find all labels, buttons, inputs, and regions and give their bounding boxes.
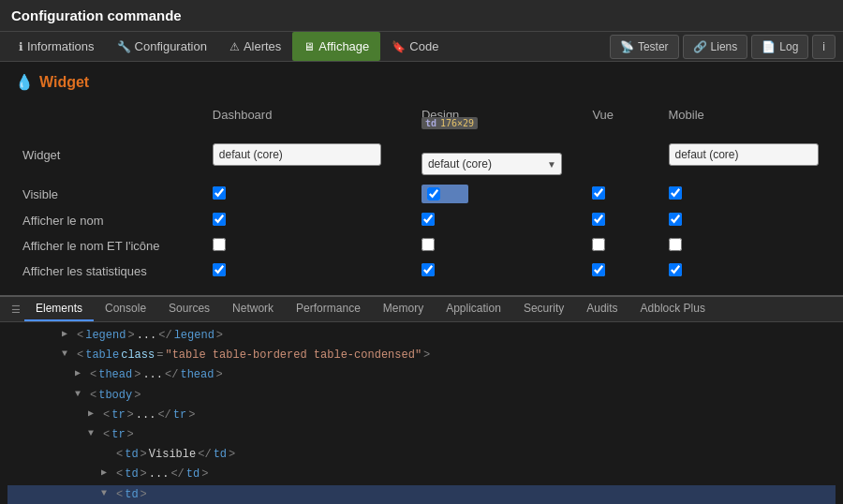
expander-4[interactable]: ▼ (75, 387, 88, 402)
devtools-tab-adblock[interactable]: Adblock Plus (629, 297, 717, 321)
code-line-5: ▶ <tr>...</tr> (7, 406, 836, 425)
nav-item-informations[interactable]: ℹ Informations (7, 32, 106, 61)
tab-performance-label: Performance (296, 302, 361, 315)
design-afficher-icone-checkbox[interactable] (422, 238, 435, 251)
design-widget-select[interactable]: defaut (core) (422, 153, 562, 175)
widget-drop-icon: 💧 (15, 73, 34, 91)
vue-afficher-icone-cell (584, 233, 660, 259)
nav-right: 📡 Tester 🔗 Liens 📄 Log i (610, 35, 836, 59)
mobile-widget-input[interactable] (669, 143, 819, 166)
dashboard-stats-checkbox[interactable] (213, 263, 226, 276)
expander-5[interactable]: ▶ (88, 407, 101, 422)
devtools-tab-console[interactable]: Console (94, 297, 157, 321)
mobile-afficher-icone-checkbox[interactable] (669, 238, 682, 251)
design-visible-highlight (422, 185, 468, 203)
design-afficher-nom-checkbox[interactable] (422, 213, 435, 226)
dashboard-stats-cell (205, 259, 414, 284)
design-stats-cell (414, 259, 585, 284)
nav-item-alertes[interactable]: ⚠ Alertes (218, 32, 292, 61)
td-badge: td 176×29 (422, 117, 478, 129)
devtools-tab-performance[interactable]: Performance (285, 297, 372, 321)
devtools-tab-memory[interactable]: Memory (372, 297, 435, 321)
devtools-panel: ☰ Elements Console Sources Network Perfo… (0, 295, 843, 504)
tab-elements-label: Elements (36, 302, 82, 315)
devtools-tab-audits[interactable]: Audits (575, 297, 629, 321)
row-label-widget: Widget (15, 129, 205, 180)
vue-widget-cell (584, 129, 660, 180)
dashboard-afficher-icone-checkbox[interactable] (213, 238, 226, 251)
more-label: i (822, 40, 825, 53)
row-label-afficher-nom-icone: Afficher le nom ET l'icône (15, 233, 205, 259)
mobile-afficher-icone-cell (661, 233, 829, 259)
col-header-mobile: Mobile (661, 104, 829, 129)
table-row: Afficher le nom ET l'icône (15, 233, 828, 259)
display-icon: 🖥 (303, 40, 315, 53)
devtools-tab-elements[interactable]: Elements (24, 297, 94, 321)
mobile-visible-cell (661, 180, 829, 208)
design-visible-cell (414, 180, 585, 208)
row-label-visible: Visible (15, 180, 205, 208)
expander-6[interactable]: ▼ (88, 426, 101, 441)
expander-1[interactable]: ▶ (62, 327, 75, 342)
nav-item-affichage[interactable]: 🖥 Affichage (292, 32, 380, 61)
widget-title-text: Widget (39, 74, 89, 91)
badge-size: 176×29 (440, 118, 474, 128)
devtools-tab-sources[interactable]: Sources (157, 297, 221, 321)
nav-label-code: Code (409, 39, 438, 53)
code-line-1: ▶ <legend>...</legend> (7, 326, 836, 346)
design-stats-checkbox[interactable] (422, 263, 435, 276)
code-line-9: ▼ <td> (7, 485, 836, 505)
liens-icon: 🔗 (693, 40, 707, 53)
devtools-tabs: ☰ Elements Console Sources Network Perfo… (0, 297, 843, 322)
vue-afficher-icone-checkbox[interactable] (592, 238, 605, 251)
nav-item-code[interactable]: 🔖 Code (380, 32, 450, 61)
code-line-2: ▼ <table class="table table-bordered tab… (7, 346, 836, 365)
more-button[interactable]: i (812, 35, 836, 59)
design-select-wrap: defaut (core) ▼ (422, 153, 562, 175)
mobile-visible-checkbox[interactable] (669, 186, 682, 200)
nav-label-alertes: Alertes (244, 39, 281, 53)
dashboard-afficher-icone-cell (205, 233, 414, 259)
vue-afficher-nom-checkbox[interactable] (592, 213, 605, 226)
vue-afficher-nom-cell (584, 208, 660, 233)
expander-8[interactable]: ▶ (101, 466, 114, 481)
devtools-tab-network[interactable]: Network (221, 297, 285, 321)
row-label-afficher-nom: Afficher le nom (15, 208, 205, 233)
tab-application-label: Application (446, 302, 501, 315)
design-widget-cell: td 176×29 defaut (core) ▼ (414, 129, 585, 180)
expander-3[interactable]: ▶ (75, 366, 88, 381)
mobile-widget-cell (661, 129, 829, 180)
col-header-vue: Vue (584, 104, 660, 129)
nav-item-configuration[interactable]: 🔧 Configuration (106, 32, 218, 61)
table-row: Visible (15, 180, 828, 208)
table-row: Widget td 176×29 defaut (core) (15, 129, 828, 180)
code-line-8: ▶ <td>...</td> (7, 465, 836, 484)
tester-icon: 📡 (620, 40, 634, 53)
design-afficher-icone-cell (414, 233, 585, 259)
mobile-afficher-nom-checkbox[interactable] (669, 213, 682, 226)
tester-button[interactable]: 📡 Tester (610, 35, 679, 59)
nav-bar: ℹ Informations 🔧 Configuration ⚠ Alertes… (0, 32, 843, 62)
dashboard-widget-input[interactable] (213, 143, 381, 166)
dashboard-visible-checkbox[interactable] (213, 186, 226, 200)
log-button[interactable]: 📄 Log (751, 35, 808, 59)
row-label-statistiques: Afficher les statistiques (15, 259, 205, 284)
expander-2[interactable]: ▼ (62, 347, 75, 362)
devtools-tab-security[interactable]: Security (512, 297, 575, 321)
design-visible-checkbox[interactable] (427, 187, 440, 200)
info-icon: ℹ (19, 40, 23, 53)
devtools-tab-application[interactable]: Application (435, 297, 512, 321)
dashboard-afficher-nom-cell (205, 208, 414, 233)
expander-9[interactable]: ▼ (101, 486, 114, 501)
dashboard-afficher-nom-checkbox[interactable] (213, 213, 226, 226)
vue-stats-checkbox[interactable] (592, 263, 605, 276)
tab-console-label: Console (105, 302, 146, 315)
devtools-panel-icon[interactable]: ☰ (7, 299, 24, 320)
col-header-dashboard: Dashboard (205, 104, 414, 129)
log-label: Log (779, 40, 798, 53)
mobile-stats-checkbox[interactable] (669, 263, 682, 276)
page-header: Configuration commande (0, 0, 843, 32)
liens-button[interactable]: 🔗 Liens (683, 35, 748, 59)
vue-visible-checkbox[interactable] (592, 186, 605, 200)
page-title: Configuration commande (11, 7, 182, 23)
